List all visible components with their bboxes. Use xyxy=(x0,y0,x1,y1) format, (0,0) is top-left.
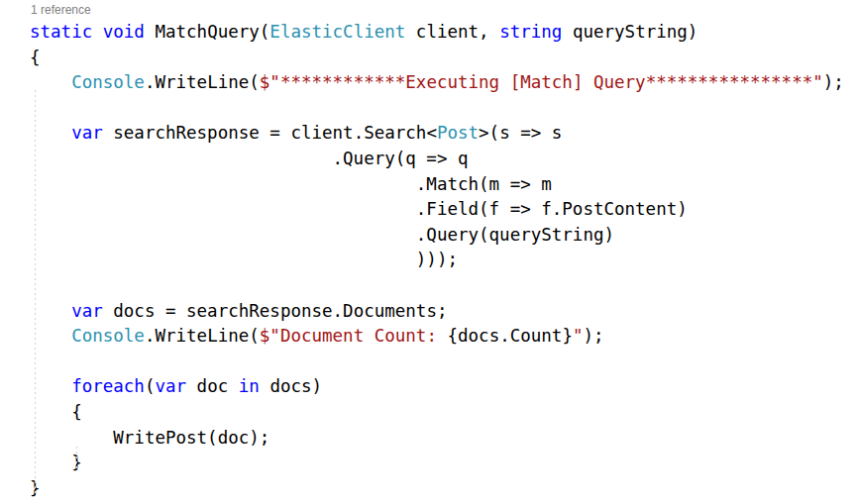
code-token: .Match(m => m xyxy=(30,174,552,194)
code-line: { xyxy=(30,400,858,426)
code-token xyxy=(30,72,71,92)
code-token: {docs.Count} xyxy=(447,326,572,346)
code-token: .Field(f => f.PostContent) xyxy=(30,199,688,219)
code-token: { xyxy=(30,48,41,67)
code-token: Console xyxy=(71,326,145,346)
code-token: docs = searchResponse.Documents; xyxy=(103,301,448,321)
code-line xyxy=(30,350,858,375)
code-token: .WriteLine( xyxy=(145,326,260,346)
code-area[interactable]: static void MatchQuery(ElasticClient cli… xyxy=(0,20,858,501)
code-token: client, xyxy=(405,22,499,42)
codelens-references-link[interactable]: 1 reference xyxy=(0,0,858,20)
code-token: ); xyxy=(583,326,603,346)
code-token: .Query(q => q xyxy=(30,149,469,168)
code-token: queryString) xyxy=(562,22,697,42)
code-token: ); xyxy=(823,72,844,92)
code-token: string xyxy=(499,22,562,42)
code-line: static void MatchQuery(ElasticClient cli… xyxy=(30,20,858,46)
code-line: } xyxy=(30,476,858,502)
code-token: ))); xyxy=(30,250,458,269)
code-line: .Query(queryString) xyxy=(30,223,858,249)
code-token: Post xyxy=(437,123,479,143)
code-token: $"Document Count: xyxy=(260,326,448,346)
code-token: } xyxy=(30,453,82,472)
code-line: foreach(var doc in docs) xyxy=(30,374,858,400)
code-line: { xyxy=(30,46,858,71)
code-token: ElasticClient xyxy=(269,22,405,42)
code-token: { xyxy=(30,402,82,422)
code-token: searchResponse = client.Search< xyxy=(103,123,437,143)
code-line: .Match(m => m xyxy=(30,172,858,198)
code-token: foreach xyxy=(71,376,145,396)
code-token: >(s => s xyxy=(479,123,562,143)
code-token: docs) xyxy=(260,376,322,396)
code-token: var xyxy=(155,376,186,396)
code-line xyxy=(30,273,858,299)
code-token xyxy=(92,22,103,42)
code-line: } xyxy=(30,451,858,476)
code-token xyxy=(30,326,71,346)
code-token: void xyxy=(103,22,145,42)
code-line: Console.WriteLine($"************Executin… xyxy=(30,70,858,96)
code-token: .WriteLine( xyxy=(145,72,260,92)
indent-guide xyxy=(76,447,77,470)
code-token: ( xyxy=(145,376,156,396)
code-token: var xyxy=(71,123,103,143)
code-line: var docs = searchResponse.Documents; xyxy=(30,299,858,325)
code-token xyxy=(30,123,71,143)
code-token: in xyxy=(239,376,260,396)
code-line: .Field(f => f.PostContent) xyxy=(30,197,858,223)
code-line: var searchResponse = client.Search<Post>… xyxy=(30,121,858,147)
code-token: Console xyxy=(71,72,145,92)
code-token: " xyxy=(573,326,584,346)
indent-guide xyxy=(35,90,36,495)
code-token xyxy=(30,376,71,396)
code-line xyxy=(30,96,858,122)
code-token: $"************Executing [Match] Query***… xyxy=(260,72,823,92)
code-token: static xyxy=(30,22,92,42)
code-editor[interactable]: 1 reference static void MatchQuery(Elast… xyxy=(0,0,858,504)
code-line: WritePost(doc); xyxy=(30,426,858,452)
code-token: .Query(queryString) xyxy=(30,225,614,245)
code-line: Console.WriteLine($"Document Count: {doc… xyxy=(30,324,858,350)
code-line: ))); xyxy=(30,248,858,273)
code-token: doc xyxy=(186,376,239,396)
code-line: .Query(q => q xyxy=(30,147,858,172)
code-token: WritePost(doc); xyxy=(30,428,269,448)
code-token: var xyxy=(71,301,103,321)
code-token: MatchQuery( xyxy=(145,22,269,42)
code-token xyxy=(30,301,71,321)
